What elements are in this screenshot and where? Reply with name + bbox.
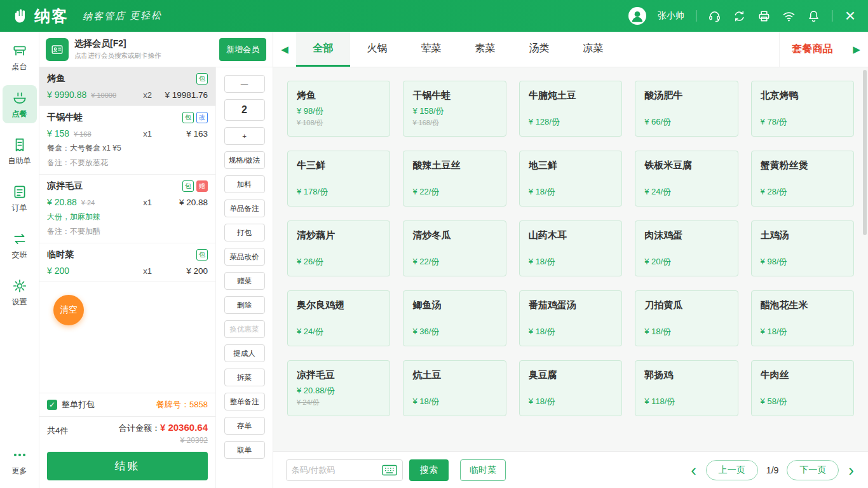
split-dish-button[interactable]: 拆菜	[224, 369, 265, 386]
category-tab-all[interactable]: 全部	[296, 32, 350, 67]
pack-badge: 包	[182, 180, 194, 192]
add-member-button[interactable]: 新增会员	[219, 38, 266, 61]
commission-person-button[interactable]: 提成人	[224, 344, 265, 362]
shift-exchange-icon	[11, 231, 28, 247]
increase-qty-button[interactable]: +	[224, 127, 265, 145]
menu-item[interactable]: 奥尔良鸡翅 ¥ 24/份	[287, 290, 390, 346]
menu-item[interactable]: 酸辣土豆丝 ¥ 22/份	[403, 151, 506, 207]
save-order-button[interactable]: 存单	[224, 417, 265, 435]
next-chevron-icon[interactable]: ›	[847, 462, 855, 478]
cart-list: 烤鱼 包 ¥ 9990.88 ¥ 10000 x2 ¥ 19981.76	[39, 67, 215, 393]
prev-chevron-icon[interactable]: ‹	[689, 462, 698, 478]
menu-item[interactable]: 牛腩炖土豆 ¥ 128/份	[519, 81, 622, 137]
member-card-icon	[46, 38, 69, 61]
cart-item[interactable]: 临时菜 包 ¥ 200 x1 ¥ 200	[39, 243, 215, 282]
menu-item[interactable]: 酸汤肥牛 ¥ 66/份	[635, 81, 738, 137]
search-button[interactable]: 搜索	[409, 459, 449, 481]
category-tab-vegetable[interactable]: 素菜	[458, 32, 512, 67]
clear-cart-button[interactable]: 清空	[53, 295, 84, 325]
menu-item[interactable]: 北京烤鸭 ¥ 78/份	[751, 81, 854, 137]
menu-item[interactable]: 烤鱼 ¥ 98/份 ¥ 108/份	[287, 81, 390, 137]
category-tab-meat[interactable]: 荤菜	[404, 32, 458, 67]
menu-item[interactable]: 山药木耳 ¥ 18/份	[519, 220, 622, 276]
member-search-area[interactable]: 选择会员[F2] 点击进行会员搜索或刷卡操作 新增会员	[39, 32, 273, 67]
menu-item[interactable]: 牛三鲜 ¥ 178/份	[287, 151, 390, 207]
cart-item[interactable]: 烤鱼 包 ¥ 9990.88 ¥ 10000 x2 ¥ 19981.76	[39, 67, 215, 106]
delete-button[interactable]: 删除	[224, 296, 265, 314]
menu-item[interactable]: 牛肉丝 ¥ 58/份	[751, 360, 854, 416]
menu-item[interactable]: 铁板米豆腐 ¥ 24/份	[635, 151, 738, 207]
pack-whole-order-checkbox[interactable]: ✓	[47, 400, 57, 410]
quantity-value[interactable]: 2	[224, 99, 265, 121]
member-subtitle: 点击进行会员搜索或刷卡操作	[74, 51, 161, 60]
sidebar-item-settings[interactable]: 设置	[3, 273, 37, 311]
bowl-icon	[11, 90, 28, 106]
sidebar-item-tables[interactable]: 桌台	[3, 38, 37, 76]
gift-badge: 赠	[196, 180, 208, 192]
swap-discount-dish-button[interactable]: 换优惠菜	[224, 320, 265, 338]
menu-item[interactable]: 清炒冬瓜 ¥ 22/份	[403, 220, 506, 276]
order-panel: 选择会员[F2] 点击进行会员搜索或刷卡操作 新增会员 烤鱼 包	[39, 32, 273, 488]
menu-item[interactable]: 肉沫鸡蛋 ¥ 20/份	[635, 220, 738, 276]
pack-button[interactable]: 打包	[224, 224, 265, 241]
menu-item[interactable]: 凉拌毛豆 ¥ 20.88/份 ¥ 24/份	[287, 360, 390, 416]
cart-item[interactable]: 干锅牛蛙 包 改 ¥ 158 ¥ 168 x1 ¥ 163 餐	[39, 106, 215, 175]
receipt-icon	[11, 137, 28, 153]
order-note-button[interactable]: 整单备注	[224, 393, 265, 410]
cart-item[interactable]: 凉拌毛豆 包 赠 ¥ 20.88 ¥ 24 x1 ¥ 20.88	[39, 175, 215, 243]
category-tab-hotpot[interactable]: 火锅	[350, 32, 404, 67]
close-icon[interactable]: ×	[844, 7, 857, 25]
menu-item[interactable]: 地三鲜 ¥ 18/份	[519, 151, 622, 207]
item-note-button[interactable]: 单品备注	[224, 200, 265, 217]
gift-dish-button[interactable]: 赠菜	[224, 272, 265, 290]
change-price-button[interactable]: 菜品改价	[224, 248, 265, 266]
username[interactable]: 张小帅	[658, 10, 684, 22]
printer-icon[interactable]	[757, 10, 771, 23]
barcode-input[interactable]	[292, 465, 382, 475]
sidebar-item-more[interactable]: 更多	[3, 442, 37, 480]
menu-content: ◀ 全部 火锅 荤菜 素菜 汤类 凉菜 套餐商品 ▶ 烤鱼 ¥ 98/份 ¥ 1…	[273, 32, 868, 488]
wifi-icon[interactable]	[782, 10, 796, 23]
checkout-button[interactable]: 结账	[47, 452, 208, 480]
sidebar-item-shift[interactable]: 交班	[3, 226, 37, 264]
decrease-qty-button[interactable]: —	[224, 75, 265, 93]
menu-item[interactable]: 蟹黄粉丝煲 ¥ 28/份	[751, 151, 854, 207]
sidebar-item-orders[interactable]: 订单	[3, 179, 37, 217]
category-scroll-right-icon[interactable]: ▶	[845, 32, 868, 67]
prev-page-button[interactable]: 上一页	[706, 460, 758, 480]
menu-item[interactable]: 鲫鱼汤 ¥ 36/份	[403, 290, 506, 346]
sidebar-item-order[interactable]: 点餐	[3, 85, 37, 123]
keyboard-icon[interactable]	[382, 464, 397, 476]
sidebar: 桌台 点餐 自助单 订单 交班	[0, 32, 39, 488]
menu-item[interactable]: 刀拍黄瓜 ¥ 18/份	[635, 290, 738, 346]
category-tab-cold[interactable]: 凉菜	[566, 32, 620, 67]
cart-item-note: 备注：不要放葱花	[47, 158, 208, 168]
customer-service-icon[interactable]	[708, 10, 721, 23]
next-page-button[interactable]: 下一页	[787, 460, 839, 480]
scrollbar-thumb[interactable]	[863, 70, 867, 235]
menu-item[interactable]: 番茄鸡蛋汤 ¥ 18/份	[519, 290, 622, 346]
temp-dish-button[interactable]: 临时菜	[460, 459, 506, 481]
add-ingredient-button[interactable]: 加料	[224, 175, 265, 193]
menu-item[interactable]: 土鸡汤 ¥ 98/份	[751, 220, 854, 276]
menu-item[interactable]: 臭豆腐 ¥ 18/份	[519, 360, 622, 416]
menu-item[interactable]: 郭扬鸡 ¥ 118/份	[635, 360, 738, 416]
bell-icon[interactable]	[807, 10, 820, 23]
cart-item-note: 备注：不要加醋	[47, 226, 208, 237]
category-scroll-left-icon[interactable]: ◀	[273, 32, 296, 67]
sidebar-item-selforder[interactable]: 自助单	[3, 132, 37, 170]
retrieve-order-button[interactable]: 取单	[224, 441, 265, 459]
menu-item[interactable]: 干锅牛蛙 ¥ 158/份 ¥ 168/份	[403, 81, 506, 137]
pack-badge: 包	[196, 73, 208, 85]
menu-item[interactable]: 清炒藕片 ¥ 26/份	[287, 220, 390, 276]
order-list-icon	[11, 184, 28, 200]
category-tab-combo[interactable]: 套餐商品	[779, 32, 845, 67]
member-title: 选择会员[F2]	[74, 38, 161, 50]
sync-icon[interactable]	[733, 10, 746, 23]
menu-item[interactable]: 炕土豆 ¥ 18/份	[403, 360, 506, 416]
avatar[interactable]	[628, 7, 646, 25]
spec-method-button[interactable]: 规格/做法	[224, 151, 265, 169]
category-tab-soup[interactable]: 汤类	[512, 32, 566, 67]
total-amount: 合计金额：¥ 20360.64	[119, 423, 208, 433]
menu-item[interactable]: 醋泡花生米 ¥ 18/份	[751, 290, 854, 346]
